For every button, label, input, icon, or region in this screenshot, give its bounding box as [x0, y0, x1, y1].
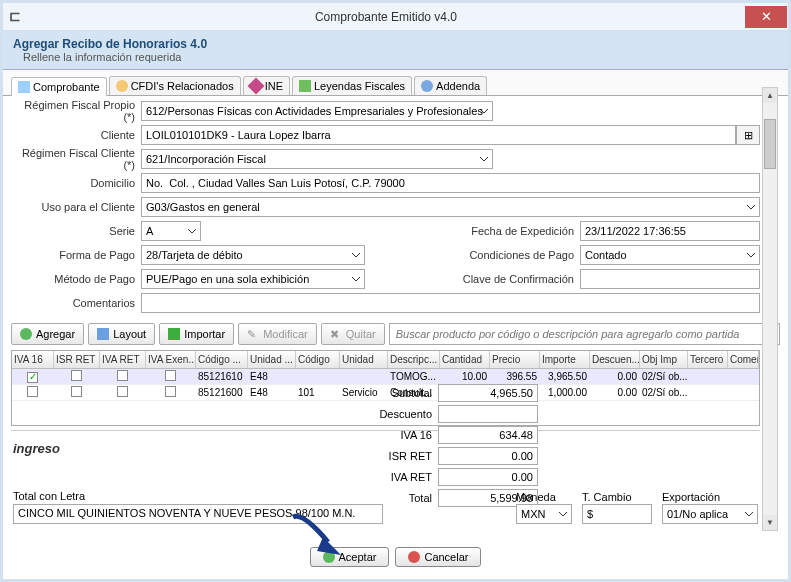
label-coment: Comentarios: [11, 297, 141, 309]
grid-header: IVA 16 ISR RET IVA RET IVA Exen... Códig…: [12, 351, 759, 369]
col-codigo[interactable]: Código ...: [196, 351, 248, 368]
subtotal-val: [438, 384, 538, 402]
moneda-select[interactable]: MXN: [516, 504, 572, 524]
col-ivaret[interactable]: IVA RET: [100, 351, 146, 368]
gear-icon: [421, 80, 433, 92]
forma-select[interactable]: 28/Tarjeta de débito: [141, 245, 365, 265]
scroll-up-icon[interactable]: ▲: [763, 88, 777, 103]
letra-area: Total con Letra CINCO MIL QUINIENTOS NOV…: [13, 490, 383, 524]
label-descuento: Descuento: [348, 408, 438, 420]
extras: MonedaMXN T. Cambio Exportación01/No apl…: [516, 491, 758, 524]
col-desc[interactable]: Descripc...: [388, 351, 440, 368]
col-descu[interactable]: Descuen...: [590, 351, 640, 368]
col-importe[interactable]: Importe: [540, 351, 590, 368]
col-isr[interactable]: ISR RET: [54, 351, 100, 368]
cond-select[interactable]: Contado: [580, 245, 760, 265]
close-button[interactable]: ✕: [745, 6, 787, 28]
label-subtotal: Subtotal: [348, 387, 438, 399]
letra-val: CINCO MIL QUINIENTOS NOVENTA Y NUEVE PES…: [13, 504, 383, 524]
regimen-select[interactable]: 612/Personas Físicas con Actividades Emp…: [141, 101, 493, 121]
plus-icon: [20, 328, 32, 340]
check-icon: [323, 551, 335, 563]
label-iva: IVA 16: [348, 429, 438, 441]
iva-val: [438, 426, 538, 444]
scrollbar[interactable]: ▲ ▼: [762, 87, 778, 531]
tabs: Comprobante CFDI's Relacionados INE Leye…: [3, 70, 788, 96]
agregar-button[interactable]: Agregar: [11, 323, 84, 345]
label-regcliente: Régimen Fiscal Cliente (*): [11, 147, 141, 171]
doc-icon: [18, 81, 30, 93]
col-cod2[interactable]: Código: [296, 351, 340, 368]
descuento-val: [438, 405, 538, 423]
label-tcambio: T. Cambio: [582, 491, 652, 503]
label-cond: Condiciones de Pago: [460, 249, 580, 261]
metodo-select[interactable]: PUE/Pago en una sola exhibición: [141, 269, 365, 289]
cliente-input[interactable]: [141, 125, 736, 145]
col-tercero[interactable]: Tercero: [688, 351, 728, 368]
cliente-search-button[interactable]: ⊞: [736, 125, 760, 145]
isr-val: [438, 447, 538, 465]
label-export: Exportación: [662, 491, 758, 503]
app-icon: ⊏: [9, 8, 27, 26]
cancelar-button[interactable]: Cancelar: [395, 547, 481, 567]
serie-select[interactable]: A: [141, 221, 201, 241]
tab-comprobante[interactable]: Comprobante: [11, 77, 107, 96]
label-isr: ISR RET: [348, 450, 438, 462]
label-ivaret: IVA RET: [348, 471, 438, 483]
label-metodo: Método de Pago: [11, 273, 141, 285]
search-icon: ⊞: [744, 129, 753, 142]
col-exen[interactable]: IVA Exen...: [146, 351, 196, 368]
search-input[interactable]: [389, 323, 780, 345]
col-unidad[interactable]: Unidad: [340, 351, 388, 368]
ivaret-val: [438, 468, 538, 486]
titlebar: ⊏ Comprobante Emitido v4.0 ✕: [3, 3, 788, 31]
tab-leyendas[interactable]: Leyendas Fiscales: [292, 76, 412, 95]
label-fecha: Fecha de Expedición: [460, 225, 580, 237]
tab-cfdis[interactable]: CFDI's Relacionados: [109, 76, 241, 95]
col-precio[interactable]: Precio: [490, 351, 540, 368]
label-clave: Clave de Confirmación: [460, 273, 580, 285]
layout-button[interactable]: Layout: [88, 323, 155, 345]
col-um[interactable]: Unidad ...: [248, 351, 296, 368]
clave-input[interactable]: [580, 269, 760, 289]
uso-select[interactable]: G03/Gastos en general: [141, 197, 760, 217]
fecha-input[interactable]: [580, 221, 760, 241]
label-moneda: Moneda: [516, 491, 572, 503]
quitar-button: ✖Quitar: [321, 323, 385, 345]
tcambio-input[interactable]: [582, 504, 652, 524]
export-select[interactable]: 01/No aplica: [662, 504, 758, 524]
col-obj[interactable]: Obj Imp: [640, 351, 688, 368]
form: Régimen Fiscal Propio (*)612/Personas Fí…: [3, 96, 788, 320]
col-coment[interactable]: Coment...: [728, 351, 759, 368]
header-title: Agregar Recibo de Honorarios 4.0: [13, 37, 778, 51]
tab-ine[interactable]: INE: [243, 76, 290, 95]
label-regimen: Régimen Fiscal Propio (*): [11, 99, 141, 123]
label-serie: Serie: [11, 225, 141, 237]
domicilio-input[interactable]: [141, 173, 760, 193]
remove-icon: ✖: [330, 328, 342, 340]
diamond-icon: [247, 78, 264, 95]
layout-icon: [97, 328, 109, 340]
scroll-thumb[interactable]: [764, 119, 776, 169]
label-uso: Uso para el Cliente: [11, 201, 141, 213]
tag-icon: [299, 80, 311, 92]
label-cliente: Cliente: [11, 129, 141, 141]
modificar-button: ✎Modificar: [238, 323, 317, 345]
letra-label: Total con Letra: [13, 490, 383, 502]
col-cant[interactable]: Cantidad: [440, 351, 490, 368]
tab-addenda[interactable]: Addenda: [414, 76, 487, 95]
import-icon: [168, 328, 180, 340]
x-icon: [408, 551, 420, 563]
coment-input[interactable]: [141, 293, 760, 313]
importar-button[interactable]: Importar: [159, 323, 234, 345]
regcliente-select[interactable]: 621/Incorporación Fiscal: [141, 149, 493, 169]
col-iva16[interactable]: IVA 16: [12, 351, 54, 368]
scroll-down-icon[interactable]: ▼: [763, 515, 777, 530]
edit-icon: ✎: [247, 328, 259, 340]
aceptar-button[interactable]: Aceptar: [310, 547, 390, 567]
header: Agregar Recibo de Honorarios 4.0 Rellene…: [3, 31, 788, 70]
toolbar: Agregar Layout Importar ✎Modificar ✖Quit…: [3, 320, 788, 348]
window-title: Comprobante Emitido v4.0: [27, 10, 745, 24]
link-icon: [116, 80, 128, 92]
label-forma: Forma de Pago: [11, 249, 141, 261]
